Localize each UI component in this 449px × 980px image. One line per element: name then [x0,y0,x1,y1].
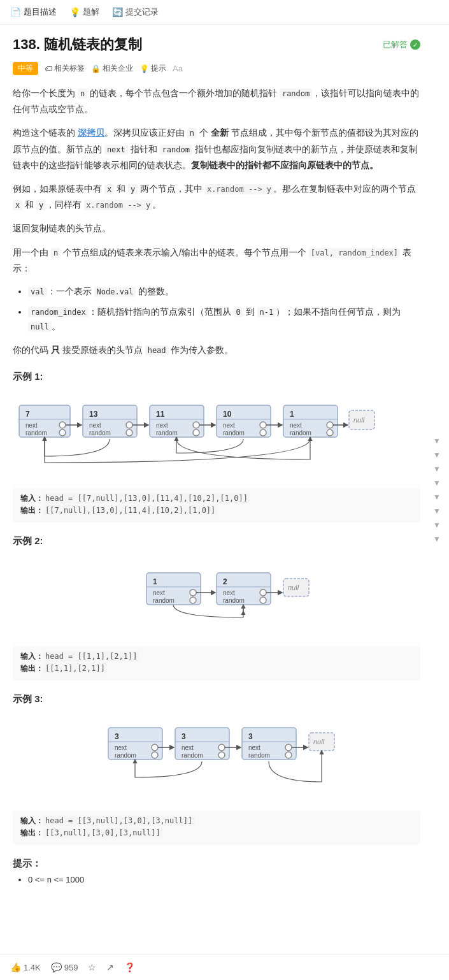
top-navigation: 📄 题目描述 💡 题解 🔄 提交记录 [0,0,449,25]
svg-point-20 [193,422,199,428]
example2-io: 输入：head = [[1,1],[2,1]] 输出：[[1,1],[2,1]] [13,646,420,681]
share-icon: ↗ [106,962,114,972]
bullet-item-val: val：一个表示 Node.val 的整数。 [28,284,420,299]
scroll-arrow-3[interactable]: ▼ [432,465,441,473]
inline-random2: random [160,145,192,155]
like-icon: 👍 [10,962,21,972]
svg-text:next: next [248,744,260,751]
inline-code-random: random [280,89,312,99]
related-tags-link[interactable]: 🏷 相关标签 [45,63,85,74]
svg-text:1: 1 [290,410,294,419]
svg-point-28 [260,422,266,428]
svg-text:next: next [89,422,101,429]
related-companies-link[interactable]: 🔒 相关企业 [91,63,133,74]
svg-text:7: 7 [25,410,30,419]
example1-svg: 7 next random 13 next random 11 next r [13,399,427,469]
inline-xrandom: x.random --> y [205,184,273,194]
desc-para-3: 例如，如果原链表中有 x 和 y 两个节点，其中 x.random --> y。… [13,181,420,213]
comments-button[interactable]: 💬 959 [51,962,78,972]
inline-head: head [145,345,169,356]
svg-point-48 [190,597,196,603]
svg-text:random: random [223,429,245,436]
example1-diagram: 7 next random 13 next random 11 next r [13,389,420,479]
svg-point-4 [59,422,66,428]
description-icon: 📄 [10,7,21,17]
svg-point-22 [193,429,199,436]
scroll-arrow-7[interactable]: ▼ [432,521,441,530]
star-icon: ☆ [88,962,96,972]
svg-point-14 [126,429,132,436]
problem-title: 138. 随机链表的复制 [13,35,142,54]
share-button[interactable]: ↗ [106,962,114,972]
svg-text:random: random [153,597,175,604]
scroll-arrow-8[interactable]: ▼ [432,535,441,544]
inline-y: y [128,184,138,194]
desc-para-1: 给你一个长度为 n 的链表，每个节点包含一个额外增加的随机指针 random，该… [13,85,420,117]
help-icon: ❓ [124,962,135,972]
svg-text:1: 1 [153,577,157,586]
svg-point-74 [218,752,225,758]
inline-x2: x [13,200,22,210]
inline-n1: n-1 [257,307,276,317]
svg-text:random: random [115,752,136,759]
example2-svg: 1 next random 2 next random null [83,563,350,627]
solution-icon: 💡 [69,7,80,17]
svg-point-30 [260,429,266,436]
desc-para-4: 返回复制链表的头节点。 [13,220,420,236]
desc-para-2: 构造这个链表的 深拷贝。深拷贝应该正好由 n 个 全新 节点组成，其中每个新节点… [13,125,420,173]
svg-point-82 [285,752,292,758]
inline-nodeval: Node.val [94,287,136,297]
star-button[interactable]: ☆ [88,962,96,972]
scroll-arrow-5[interactable]: ▼ [432,493,441,501]
svg-text:next: next [115,744,127,751]
svg-text:next: next [223,589,235,596]
scroll-arrow-1[interactable]: ▼ [432,436,441,445]
nav-submissions[interactable]: 🔄 提交记录 [112,6,159,18]
svg-point-64 [152,744,158,751]
svg-point-36 [327,422,333,428]
svg-text:3: 3 [182,732,186,741]
bullet-item-random-index: random_index：随机指针指向的节点索引（范围从 0 到 n-1）；如果… [28,305,420,335]
svg-text:13: 13 [89,410,98,419]
hints-title: 提示： [13,858,420,870]
scroll-arrow-6[interactable]: ▼ [432,507,441,515]
svg-text:random: random [290,429,311,436]
scroll-arrow-4[interactable]: ▼ [432,479,441,487]
svg-text:random: random [25,429,47,436]
hints-link[interactable]: 💡 提示 [139,63,166,74]
nav-description[interactable]: 📄 题目描述 [10,6,57,18]
svg-text:null: null [288,584,299,591]
submissions-icon: 🔄 [112,7,123,17]
svg-point-72 [218,744,225,751]
example1-output: 输出：[[7,null],[13,0],[11,4],[10,2],[1,0]] [20,505,413,516]
svg-point-80 [285,744,292,751]
example3-io: 输入：head = [[3,null],[3,0],[3,null]] 输出：[… [13,811,420,845]
example1-input: 输入：head = [[7,null],[13,0],[11,4],[10,2]… [20,493,413,504]
deep-copy-link[interactable]: 深拷贝 [78,127,104,138]
example2-diagram: 1 next random 2 next random null [13,554,420,637]
svg-text:next: next [156,422,168,429]
font-size-button[interactable]: Aa [173,64,183,73]
inline-code-n: n [78,89,87,99]
tag-icon: 🏷 [45,64,52,73]
lock-icon: 🔒 [91,64,101,73]
sidebar-arrows: ▼ ▼ ▼ ▼ ▼ ▼ ▼ ▼ [432,436,441,544]
scroll-arrow-2[interactable]: ▼ [432,450,441,459]
example2-title: 示例 2: [13,535,420,547]
tags-row: 中等 🏷 相关标签 🔒 相关企业 💡 提示 Aa [13,62,420,75]
svg-text:random: random [223,597,245,604]
desc-para-head: 你的代码 只 接受原链表的头节点 head 作为传入参数。 [13,342,420,358]
svg-point-54 [260,589,266,596]
svg-text:next: next [182,744,194,751]
example3-svg: 3 next random 3 next random 3 next ran [57,721,376,791]
problem-header: 138. 随机链表的复制 已解答 ✓ [13,35,420,54]
nav-solution[interactable]: 💡 题解 [69,6,99,18]
solved-check-icon: ✓ [410,40,420,50]
svg-point-46 [190,589,196,596]
inline-n3: n [51,248,61,258]
example3-input: 输入：head = [[3,null],[3,0],[3,null]] [20,816,413,826]
likes-button[interactable]: 👍 1.4K [10,962,41,972]
help-button[interactable]: ❓ [124,962,135,972]
inline-val: [val, random_index] [309,248,400,258]
inline-random-index: random_index [28,307,89,317]
